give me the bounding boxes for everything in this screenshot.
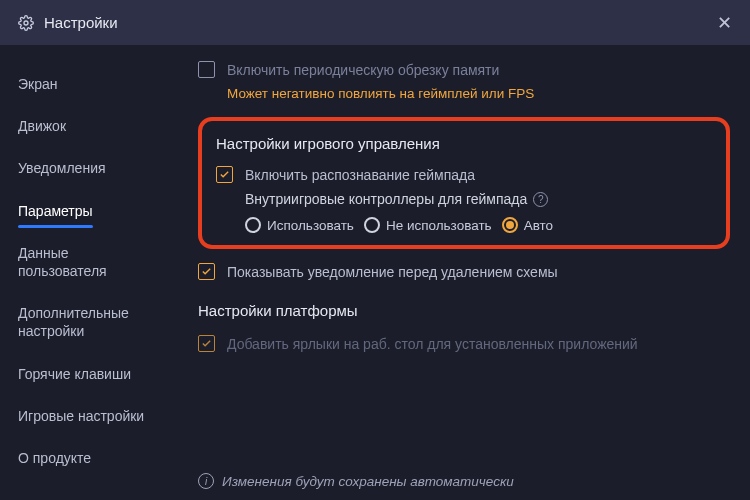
autosave-text: Изменения будут сохранены автоматически [222, 474, 514, 489]
radio-use[interactable] [245, 217, 261, 233]
info-icon: i [198, 473, 214, 489]
sidebar-item-gamesettings[interactable]: Игровые настройки [0, 395, 178, 437]
sidebar-item-label: Горячие клавиши [18, 366, 131, 382]
sidebar-item-label: Экран [18, 76, 58, 92]
section-game-controls-title: Настройки игрового управления [216, 135, 712, 152]
radio-dont[interactable] [364, 217, 380, 233]
sidebar: Экран Движок Уведомления Параметры Данны… [0, 45, 178, 500]
sidebar-item-hotkeys[interactable]: Горячие клавиши [0, 353, 178, 395]
sidebar-item-label: Дополнительные настройки [18, 305, 129, 339]
svg-point-0 [24, 21, 28, 25]
game-controls-highlight: Настройки игрового управления Включить р… [198, 117, 730, 249]
sidebar-item-label: Уведомления [18, 160, 106, 176]
label-enable-gamepad: Включить распознавание геймпада [245, 167, 475, 183]
sidebar-item-about[interactable]: О продукте [0, 437, 178, 479]
sidebar-item-userdata[interactable]: Данные пользователя [0, 232, 178, 292]
label-ingame-controllers: Внутриигровые контроллеры для геймпада [245, 191, 527, 207]
radio-label-auto: Авто [524, 218, 553, 233]
checkbox-enable-gamepad[interactable] [216, 166, 233, 183]
window-title: Настройки [44, 14, 118, 31]
radio-auto[interactable] [502, 217, 518, 233]
titlebar: Настройки ✕ [0, 0, 750, 45]
section-platform-title: Настройки платформы [198, 302, 730, 319]
label-add-shortcuts: Добавить ярлыки на раб. стол для установ… [227, 336, 638, 352]
sidebar-item-label: Движок [18, 118, 66, 134]
checkbox-show-notification[interactable] [198, 263, 215, 280]
sidebar-item-advanced[interactable]: Дополнительные настройки [0, 292, 178, 352]
warn-mem-trim: Может негативно повлиять на геймплей или… [227, 86, 730, 101]
checkbox-mem-trim[interactable] [198, 61, 215, 78]
radio-label-dont: Не использовать [386, 218, 492, 233]
help-icon[interactable]: ? [533, 192, 548, 207]
sidebar-item-label: Данные пользователя [18, 245, 107, 279]
sidebar-item-screen[interactable]: Экран [0, 63, 178, 105]
radio-label-use: Использовать [267, 218, 354, 233]
sidebar-item-label: Игровые настройки [18, 408, 144, 424]
content-pane: Включить периодическую обрезку памяти Мо… [178, 45, 750, 500]
sidebar-item-parameters[interactable]: Параметры [0, 190, 178, 232]
sidebar-item-engine[interactable]: Движок [0, 105, 178, 147]
autosave-notice: i Изменения будут сохранены автоматическ… [198, 452, 750, 500]
sidebar-item-notifications[interactable]: Уведомления [0, 147, 178, 189]
close-icon[interactable]: ✕ [717, 12, 732, 34]
label-show-notification: Показывать уведомление перед удалением с… [227, 264, 558, 280]
label-mem-trim: Включить периодическую обрезку памяти [227, 62, 499, 78]
checkbox-add-shortcuts[interactable] [198, 335, 215, 352]
gear-icon [18, 15, 34, 31]
sidebar-item-label: О продукте [18, 450, 91, 466]
sidebar-item-label: Параметры [18, 203, 93, 219]
